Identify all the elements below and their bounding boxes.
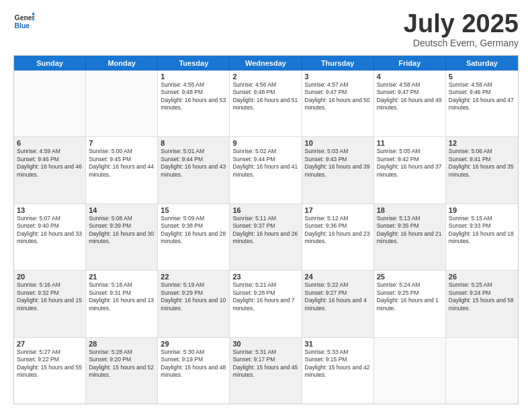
cell-text-21: Sunrise: 5:18 AM Sunset: 9:31 PM Dayligh… xyxy=(89,281,154,312)
calendar-cell-1-2: 8Sunrise: 5:01 AM Sunset: 9:44 PM Daylig… xyxy=(158,137,230,203)
day-number-25: 25 xyxy=(377,273,443,281)
cell-text-27: Sunrise: 5:27 AM Sunset: 9:22 PM Dayligh… xyxy=(17,349,83,379)
calendar-cell-4-0: 27Sunrise: 5:27 AM Sunset: 9:22 PM Dayli… xyxy=(14,338,86,404)
day-number-10: 10 xyxy=(305,139,371,147)
day-number-8: 8 xyxy=(161,139,226,147)
calendar-cell-0-4: 3Sunrise: 4:57 AM Sunset: 9:47 PM Daylig… xyxy=(302,71,374,136)
day-number-20: 20 xyxy=(17,273,83,281)
weekday-wednesday: Wednesday xyxy=(230,56,302,71)
cell-text-18: Sunrise: 5:13 AM Sunset: 9:35 PM Dayligh… xyxy=(377,215,443,246)
calendar-cell-1-0: 6Sunrise: 4:59 AM Sunset: 9:46 PM Daylig… xyxy=(14,137,86,203)
cell-text-20: Sunrise: 5:16 AM Sunset: 9:32 PM Dayligh… xyxy=(17,281,83,312)
title-block: July 2025 Deutsch Evern, Germany xyxy=(404,11,519,48)
calendar-header: Sunday Monday Tuesday Wednesday Thursday… xyxy=(14,56,518,71)
cell-text-11: Sunrise: 5:05 AM Sunset: 9:42 PM Dayligh… xyxy=(377,148,443,179)
calendar-cell-0-2: 1Sunrise: 4:55 AM Sunset: 9:48 PM Daylig… xyxy=(158,71,230,136)
calendar-cell-0-3: 2Sunrise: 4:56 AM Sunset: 9:48 PM Daylig… xyxy=(230,71,302,136)
cell-text-13: Sunrise: 5:07 AM Sunset: 9:40 PM Dayligh… xyxy=(17,215,83,246)
day-number-21: 21 xyxy=(89,273,154,281)
calendar-cell-4-3: 30Sunrise: 5:31 AM Sunset: 9:17 PM Dayli… xyxy=(230,338,302,404)
svg-text:General: General xyxy=(15,14,35,21)
calendar-cell-0-1 xyxy=(86,71,158,136)
cell-text-22: Sunrise: 5:19 AM Sunset: 9:29 PM Dayligh… xyxy=(161,281,226,312)
logo: General Blue xyxy=(13,11,35,32)
cell-text-30: Sunrise: 5:31 AM Sunset: 9:17 PM Dayligh… xyxy=(232,349,298,379)
cell-text-8: Sunrise: 5:01 AM Sunset: 9:44 PM Dayligh… xyxy=(161,148,226,179)
day-number-23: 23 xyxy=(232,273,298,281)
svg-marker-2 xyxy=(32,12,35,15)
calendar-cell-1-1: 7Sunrise: 5:00 AM Sunset: 9:45 PM Daylig… xyxy=(86,137,158,203)
day-number-13: 13 xyxy=(17,206,83,214)
calendar-cell-2-6: 19Sunrise: 5:15 AM Sunset: 9:33 PM Dayli… xyxy=(446,204,518,270)
day-number-12: 12 xyxy=(449,139,515,147)
day-number-1: 1 xyxy=(161,73,226,81)
cell-text-2: Sunrise: 4:56 AM Sunset: 9:48 PM Dayligh… xyxy=(232,81,298,112)
day-number-2: 2 xyxy=(232,73,298,81)
day-number-28: 28 xyxy=(89,340,154,348)
cell-text-5: Sunrise: 4:58 AM Sunset: 9:46 PM Dayligh… xyxy=(449,81,515,112)
calendar-cell-3-0: 20Sunrise: 5:16 AM Sunset: 9:32 PM Dayli… xyxy=(14,271,86,336)
weekday-tuesday: Tuesday xyxy=(158,56,230,71)
calendar-cell-2-3: 16Sunrise: 5:11 AM Sunset: 9:37 PM Dayli… xyxy=(230,204,302,270)
cell-text-9: Sunrise: 5:02 AM Sunset: 9:44 PM Dayligh… xyxy=(232,148,298,179)
cell-text-31: Sunrise: 5:33 AM Sunset: 9:15 PM Dayligh… xyxy=(305,349,371,379)
cell-text-17: Sunrise: 5:12 AM Sunset: 9:36 PM Dayligh… xyxy=(305,215,371,246)
calendar-row-4: 27Sunrise: 5:27 AM Sunset: 9:22 PM Dayli… xyxy=(14,337,518,404)
day-number-24: 24 xyxy=(305,273,371,281)
svg-text:Blue: Blue xyxy=(15,22,30,30)
calendar-cell-3-4: 24Sunrise: 5:22 AM Sunset: 9:27 PM Dayli… xyxy=(302,271,374,336)
cell-text-3: Sunrise: 4:57 AM Sunset: 9:47 PM Dayligh… xyxy=(305,81,371,112)
day-number-18: 18 xyxy=(377,206,443,214)
calendar-cell-0-6: 5Sunrise: 4:58 AM Sunset: 9:46 PM Daylig… xyxy=(446,71,518,136)
cell-text-14: Sunrise: 5:08 AM Sunset: 9:39 PM Dayligh… xyxy=(89,215,154,246)
calendar-cell-1-4: 10Sunrise: 5:03 AM Sunset: 9:43 PM Dayli… xyxy=(302,137,374,203)
calendar-cell-2-2: 15Sunrise: 5:09 AM Sunset: 9:38 PM Dayli… xyxy=(158,204,230,270)
calendar-cell-3-1: 21Sunrise: 5:18 AM Sunset: 9:31 PM Dayli… xyxy=(86,271,158,336)
calendar-cell-2-1: 14Sunrise: 5:08 AM Sunset: 9:39 PM Dayli… xyxy=(86,204,158,270)
calendar-body: 1Sunrise: 4:55 AM Sunset: 9:48 PM Daylig… xyxy=(14,71,518,404)
cell-text-24: Sunrise: 5:22 AM Sunset: 9:27 PM Dayligh… xyxy=(305,281,371,312)
cell-text-28: Sunrise: 5:28 AM Sunset: 9:20 PM Dayligh… xyxy=(89,349,154,379)
calendar-cell-4-6 xyxy=(446,338,518,404)
day-number-19: 19 xyxy=(449,206,515,214)
calendar-cell-3-5: 25Sunrise: 5:24 AM Sunset: 9:25 PM Dayli… xyxy=(374,271,446,336)
calendar-cell-2-5: 18Sunrise: 5:13 AM Sunset: 9:35 PM Dayli… xyxy=(374,204,446,270)
weekday-monday: Monday xyxy=(86,56,158,71)
cell-text-7: Sunrise: 5:00 AM Sunset: 9:45 PM Dayligh… xyxy=(89,148,154,179)
cell-text-19: Sunrise: 5:15 AM Sunset: 9:33 PM Dayligh… xyxy=(449,215,515,246)
day-number-16: 16 xyxy=(232,206,298,214)
day-number-4: 4 xyxy=(377,73,443,81)
calendar-cell-3-6: 26Sunrise: 5:25 AM Sunset: 9:24 PM Dayli… xyxy=(446,271,518,336)
cell-text-15: Sunrise: 5:09 AM Sunset: 9:38 PM Dayligh… xyxy=(161,215,226,246)
header: General Blue July 2025 Deutsch Evern, Ge… xyxy=(13,11,519,48)
logo-icon: General Blue xyxy=(13,11,35,32)
month-title: July 2025 xyxy=(404,11,519,36)
weekday-thursday: Thursday xyxy=(302,56,374,71)
cell-text-1: Sunrise: 4:55 AM Sunset: 9:48 PM Dayligh… xyxy=(161,81,226,112)
cell-text-4: Sunrise: 4:58 AM Sunset: 9:47 PM Dayligh… xyxy=(377,81,443,112)
page: General Blue July 2025 Deutsch Evern, Ge… xyxy=(0,0,532,411)
day-number-11: 11 xyxy=(377,139,443,147)
day-number-15: 15 xyxy=(161,206,226,214)
calendar-row-2: 13Sunrise: 5:07 AM Sunset: 9:40 PM Dayli… xyxy=(14,203,518,270)
day-number-26: 26 xyxy=(449,273,515,281)
day-number-3: 3 xyxy=(305,73,371,81)
calendar-cell-4-4: 31Sunrise: 5:33 AM Sunset: 9:15 PM Dayli… xyxy=(302,338,374,404)
cell-text-26: Sunrise: 5:25 AM Sunset: 9:24 PM Dayligh… xyxy=(449,281,515,312)
calendar-cell-3-3: 23Sunrise: 5:21 AM Sunset: 9:28 PM Dayli… xyxy=(230,271,302,336)
calendar-cell-4-2: 29Sunrise: 5:30 AM Sunset: 9:19 PM Dayli… xyxy=(158,338,230,404)
calendar-row-3: 20Sunrise: 5:16 AM Sunset: 9:32 PM Dayli… xyxy=(14,270,518,336)
day-number-31: 31 xyxy=(305,340,371,348)
day-number-5: 5 xyxy=(449,73,515,81)
calendar-row-1: 6Sunrise: 4:59 AM Sunset: 9:46 PM Daylig… xyxy=(14,136,518,203)
day-number-30: 30 xyxy=(232,340,298,348)
day-number-9: 9 xyxy=(232,139,298,147)
cell-text-6: Sunrise: 4:59 AM Sunset: 9:46 PM Dayligh… xyxy=(17,148,83,179)
calendar-cell-0-5: 4Sunrise: 4:58 AM Sunset: 9:47 PM Daylig… xyxy=(374,71,446,136)
day-number-22: 22 xyxy=(161,273,226,281)
calendar-cell-1-6: 12Sunrise: 5:06 AM Sunset: 9:41 PM Dayli… xyxy=(446,137,518,203)
calendar: Sunday Monday Tuesday Wednesday Thursday… xyxy=(13,55,519,404)
calendar-row-0: 1Sunrise: 4:55 AM Sunset: 9:48 PM Daylig… xyxy=(14,71,518,136)
weekday-saturday: Saturday xyxy=(446,56,518,71)
day-number-7: 7 xyxy=(89,139,154,147)
